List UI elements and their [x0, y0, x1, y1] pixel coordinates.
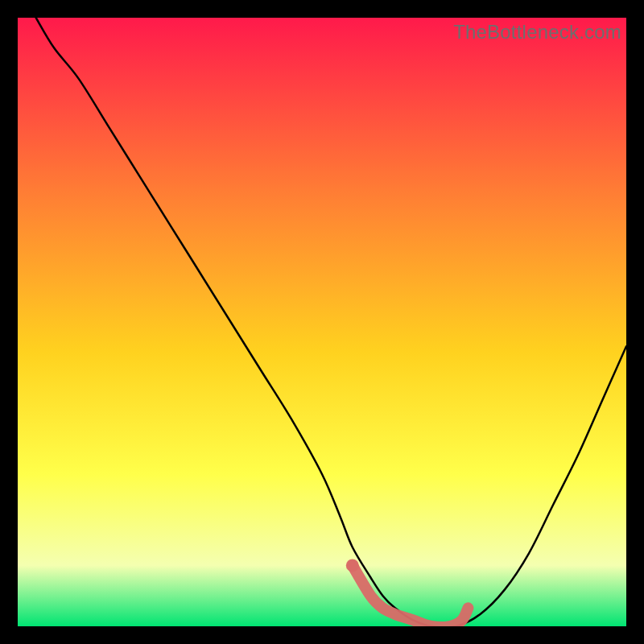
bottleneck-curve	[36, 18, 626, 626]
optimal-range-dot	[346, 559, 359, 572]
chart-plot	[18, 18, 626, 626]
chart-frame: TheBottleneck.com	[18, 18, 626, 626]
watermark-text: TheBottleneck.com	[453, 21, 621, 43]
